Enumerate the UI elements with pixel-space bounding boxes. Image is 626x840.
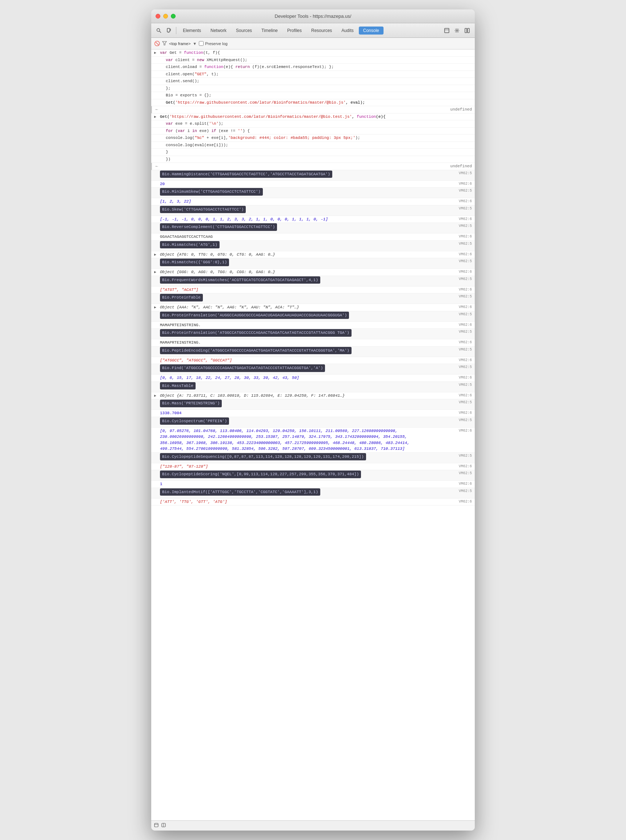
- console-line: Bio = exports = {};: [151, 92, 475, 99]
- console-line-cyclopeptidesequencing[interactable]: Bio.CyclopeptideSequencing([0,87,87,87,1…: [151, 453, 475, 463]
- svg-rect-7: [444, 28, 449, 33]
- console-line: console.log("%c" + exe[i],'background: #…: [151, 135, 475, 142]
- tab-resources[interactable]: Resources: [307, 27, 336, 34]
- console-line: for (var i in exe) if (exe != '') {: [151, 128, 475, 135]
- dock-icon[interactable]: [442, 26, 452, 35]
- expand-arrow: ▶: [154, 305, 156, 310]
- console-line-mismatches1[interactable]: Bio.Mismatches('ATG',1) VM62:5: [151, 241, 475, 251]
- console-line-skew[interactable]: Bio.Skew('CTTGAAGTGGACCTCTAGTTCC') VM62:…: [151, 205, 475, 216]
- console-line[interactable]: ▶ Get('https://raw.githubusercontent.com…: [151, 113, 475, 121]
- minimize-button[interactable]: [163, 14, 168, 19]
- console-line: }: [151, 149, 475, 156]
- expand-arrow: ▶: [154, 252, 156, 257]
- dropdown-arrow: ▼: [192, 41, 197, 46]
- svg-rect-11: [468, 28, 470, 33]
- output-find: [0, 6, 15, 17, 18, 22, 24, 27, 28, 30, 3…: [151, 375, 475, 382]
- traffic-lights: [156, 14, 175, 19]
- frame-selector[interactable]: <top frame>: [169, 41, 191, 46]
- output-mismatches2[interactable]: ▶ Object {GGG: 0, AGG: 0, TGG: 0, CGG: 0…: [151, 269, 475, 276]
- console-line[interactable]: ▶ var Get = function(t, f){: [151, 49, 475, 57]
- tab-sources[interactable]: Sources: [232, 27, 256, 34]
- output-reversecomplement: GGAACTAGAGGTCCACTTCAAG VM62:6: [151, 234, 475, 241]
- output-proteintranslation2: MAMAPRTEINSTRING. VM62:6: [151, 339, 475, 346]
- console-line: Get('https://raw.githubusercontent.com/l…: [151, 99, 475, 107]
- console-line-mismatches2[interactable]: Bio.Mismatches({'GGG':0},1) VM62:5: [151, 258, 475, 269]
- bottom-bar: [151, 820, 475, 831]
- console-line: var client = new XMLHttpRequest();: [151, 57, 475, 64]
- console-output[interactable]: ▶ var Get = function(t, f){ var client =…: [151, 49, 475, 820]
- title-bar: Developer Tools - https://mazepa.us/: [151, 9, 475, 23]
- console-line: }): [151, 156, 475, 163]
- window-title: Developer Tools - https://mazepa.us/: [151, 13, 475, 19]
- filter-icon[interactable]: [162, 41, 167, 47]
- maximize-button[interactable]: [171, 14, 175, 19]
- console-line: console.log(eval(exe[i]));: [151, 142, 475, 149]
- svg-rect-13: [155, 823, 158, 827]
- undefined-output-2: ← undefined: [151, 163, 475, 170]
- expand-icon[interactable]: [462, 26, 472, 35]
- output-frequentwords: ["ATGT", "ACAT"] VM62:6: [151, 287, 475, 294]
- preserve-log-label[interactable]: Preserve log: [199, 41, 228, 46]
- svg-line-1: [160, 31, 161, 33]
- tab-console[interactable]: Console: [359, 27, 383, 34]
- console-line-reversecomplement[interactable]: Bio.ReverseComplement('CTTGAAGTGGACCTCTA…: [151, 223, 475, 234]
- svg-marker-12: [163, 41, 166, 45]
- tab-network[interactable]: Network: [206, 27, 231, 34]
- console-line: };: [151, 85, 475, 92]
- output-peptideencoding: ["ATGGCC", "ATGGCC", "GGCCAT"] VM62:6: [151, 357, 475, 364]
- expand-arrow: ▶: [154, 393, 156, 398]
- console-line-mass[interactable]: Bio.Mass('PRTEINSTRING') VM62:5: [151, 399, 475, 410]
- expand-arrow: ▶: [154, 114, 156, 120]
- output-mass: 1338.7004 VM62:6: [151, 410, 475, 417]
- console-line: var exe = e.split('\n');: [151, 121, 475, 128]
- console-line: client.open("GET", t);: [151, 71, 475, 78]
- console-line-hammingdistance[interactable]: Bio.HammingDistance('CTTGAAGTGGACCTCTAGT…: [151, 170, 475, 181]
- output-masstable[interactable]: ▶ Object {A: 71.03711, C: 103.00919, D: …: [151, 392, 475, 400]
- svg-point-0: [157, 28, 160, 31]
- main-toolbar: Elements Network Sources Timeline Profil…: [151, 23, 475, 38]
- tab-profiles[interactable]: Profiles: [283, 27, 306, 34]
- clear-icon[interactable]: 🚫: [154, 41, 160, 46]
- console-line-cyclospectrum[interactable]: Bio.Cyclospectrum('PRTEIN') VM62:5: [151, 417, 475, 428]
- console-line-proteintranslation1[interactable]: Bio.ProteinTranslation('AUGGCCAUGGCGCCCA…: [151, 311, 475, 322]
- console-toolbar: 🚫 <top frame> ▼ Preserve log: [151, 38, 475, 49]
- output-minimumskew: [1, 2, 3, 22] VM62:6: [151, 198, 475, 205]
- bottom-left-icon[interactable]: [154, 823, 158, 828]
- console-line-implantedmotif[interactable]: Bio.ImplantedMotif(['ATTTGGC','TGCCTTA',…: [151, 488, 475, 498]
- preserve-log-checkbox[interactable]: [199, 41, 203, 46]
- output-proteintranslation1: MAMAPRTEINSTRING. VM62:6: [151, 322, 475, 329]
- console-line-minimumskew[interactable]: Bio.MinimumSkew('CTTGAAGTGGACCTCTAGTTCC'…: [151, 188, 475, 198]
- tab-audits[interactable]: Audits: [337, 27, 358, 34]
- tab-timeline[interactable]: Timeline: [257, 27, 282, 34]
- settings-icon[interactable]: [452, 26, 462, 35]
- output-cyclopeptidesequencing: ["128-87", "87-128"] VM62:6: [151, 463, 475, 470]
- close-button[interactable]: [156, 14, 160, 19]
- svg-rect-10: [465, 28, 467, 33]
- tab-elements[interactable]: Elements: [178, 27, 205, 34]
- output-cyclospectrum: [0, 97.05276, 101.04768, 113.08406, 114.…: [151, 428, 475, 453]
- console-line-masstable[interactable]: Bio.MassTable VM62:5: [151, 382, 475, 392]
- expand-arrow: ▶: [154, 270, 156, 275]
- bottom-right-icon[interactable]: [161, 823, 166, 828]
- console-line-find[interactable]: Bio.Find('ATGGCCATGGCCCCCAGAACTGAGATCAAT…: [151, 364, 475, 375]
- console-line-cyclopeptidescoring[interactable]: Bio.CyclopeptideScoring('NQEL',[0,99,113…: [151, 470, 475, 481]
- output-skew: [-1, -1, -1, 0, 0, 0, 1, 1, 2, 3, 3, 2, …: [151, 216, 475, 223]
- search-icon[interactable]: [154, 26, 164, 35]
- console-line-frequentwords[interactable]: Bio.FrequentWordsMismatches('ACGTTGCATGT…: [151, 276, 475, 287]
- output-implantedmotif: ['ATT', 'TTG', 'GTT', 'ATG'] VM62:6: [151, 498, 475, 506]
- console-line-peptideencoding[interactable]: Bio.PeptideEncoding('ATGGCCATGGCCCCAGAAC…: [151, 346, 475, 357]
- console-line: client.onload = function(e){ return (f)(…: [151, 64, 475, 71]
- output-cyclopeptidescoring: 1 VM62:6: [151, 481, 475, 488]
- console-line: client.send();: [151, 78, 475, 85]
- svg-rect-2: [167, 28, 170, 32]
- devtools-window: Developer Tools - https://mazepa.us/ Ele…: [151, 9, 475, 831]
- toolbar-separator: [176, 27, 176, 34]
- svg-point-9: [456, 30, 458, 31]
- output-mismatches1[interactable]: ▶ Object {ATG: 0, TTG: 0, GTG: 0, CTG: 0…: [151, 251, 475, 259]
- console-line-proteintable[interactable]: Bio.ProteinTable VM62:5: [151, 293, 475, 304]
- output-proteintable[interactable]: ▶ Object {AAA: "K", AAC: "N", AAG: "K", …: [151, 304, 475, 311]
- device-icon[interactable]: [164, 26, 174, 35]
- console-line-proteintranslation2[interactable]: Bio.ProteinTranslation('ATGGCCATGGCCCCCA…: [151, 329, 475, 339]
- undefined-output: ← undefined: [151, 106, 475, 113]
- expand-arrow: ▶: [154, 50, 156, 56]
